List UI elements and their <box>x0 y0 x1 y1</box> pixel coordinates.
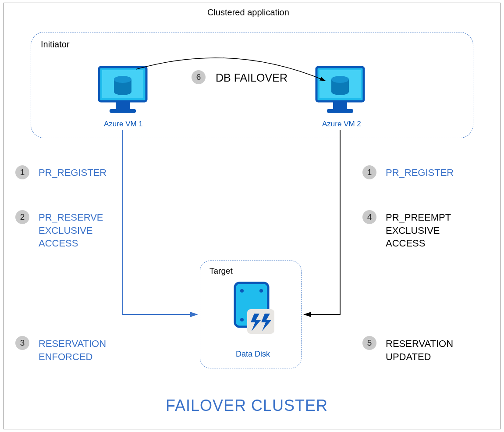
step5-badge: 5 <box>362 336 376 350</box>
data-disk-label: Data Disk <box>236 350 270 359</box>
step2-badge: 2 <box>15 210 29 224</box>
step5-num: 5 <box>367 338 372 348</box>
step1-right-num: 1 <box>367 168 372 177</box>
data-disk-icon <box>230 281 278 344</box>
step4-badge: 4 <box>362 210 376 224</box>
step1-right-badge: 1 <box>362 165 376 179</box>
step3-text: RESERVATION ENFORCED <box>39 337 106 363</box>
step2-num: 2 <box>20 212 25 222</box>
step1-left-badge: 1 <box>15 165 29 179</box>
step3-badge: 3 <box>15 336 29 350</box>
step1-right-text: PR_REGISTER <box>386 166 454 179</box>
target-label: Target <box>209 266 233 276</box>
svg-point-16 <box>259 289 263 293</box>
step1-left-text: PR_REGISTER <box>39 166 106 179</box>
step2-text: PR_RESERVE EXCLUSIVE ACCESS <box>39 211 103 250</box>
step4-text: PR_PREEMPT EXCLUSIVE ACCESS <box>386 211 451 250</box>
svg-point-17 <box>240 318 244 321</box>
step1-left-num: 1 <box>20 168 25 177</box>
svg-point-15 <box>240 289 244 293</box>
footer-title: FAILOVER CLUSTER <box>166 396 328 415</box>
step4-num: 4 <box>367 212 372 222</box>
step5-text: RESERVATION UPDATED <box>386 337 453 363</box>
step3-num: 3 <box>20 338 25 348</box>
